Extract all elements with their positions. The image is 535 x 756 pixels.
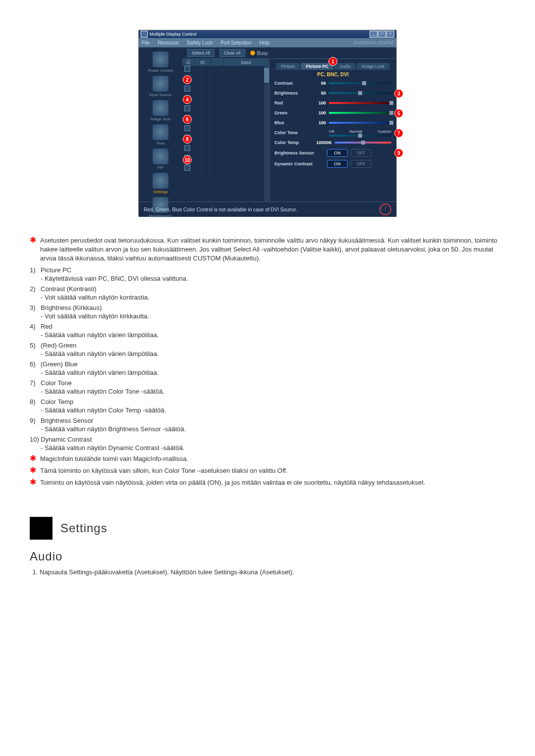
color-tone-slider[interactable] — [329, 135, 391, 137]
brightness-sensor-on[interactable]: ON — [327, 149, 348, 157]
panel-subheading: PC, BNC, DVI — [274, 72, 391, 77]
col-checkbox[interactable]: ☑ — [182, 59, 195, 66]
brightness-label: Brightness — [274, 91, 309, 96]
color-temp-value: 10000K — [312, 140, 332, 145]
star-icon: ✱ — [30, 454, 36, 462]
table-row[interactable] — [182, 96, 269, 105]
marker-4: 4 — [183, 95, 192, 104]
list-item: 6)(Green) Blue- Säätää valitun näytön vä… — [30, 360, 505, 376]
marker-8: 8 — [183, 135, 192, 144]
brightness-slider[interactable] — [329, 92, 391, 94]
list-item: 2)Contrast (Kontrasti)- Voit säätää vali… — [30, 285, 505, 301]
sidebar-item-imagesize[interactable]: Image Size — [141, 100, 180, 121]
marker-1: 1 — [328, 57, 337, 66]
color-temp-slider[interactable] — [335, 142, 391, 144]
table-row[interactable] — [182, 76, 269, 86]
list-item: 7)Color Tone- Säätää valitun näytön Colo… — [30, 379, 505, 395]
sidebar-item-power[interactable]: Power Control — [141, 51, 180, 73]
table-row[interactable] — [182, 115, 269, 125]
list-item: 8)Color Temp- Säätää valitun näytön Colo… — [30, 398, 505, 414]
col-icon — [211, 59, 223, 66]
tab-picture[interactable]: Picture — [276, 63, 300, 70]
color-tone-row: Color Tone Off Normal Custom 7 — [274, 129, 391, 137]
col-input: Input — [223, 59, 269, 66]
row-checkbox[interactable] — [184, 165, 190, 171]
menubar: File Remocon Safety Lock Port Selection … — [139, 38, 396, 48]
table-row[interactable] — [182, 155, 269, 165]
dynamic-contrast-off[interactable]: OFF — [351, 160, 372, 168]
titlebar: Multiple Display Control _ □ × — [139, 30, 396, 38]
busy-indicator: Busy — [250, 50, 268, 56]
table-row[interactable] — [182, 66, 269, 76]
menu-help[interactable]: Help — [259, 40, 269, 46]
table-row[interactable] — [182, 135, 269, 145]
brightness-value: 50 — [312, 91, 326, 96]
tab-audio[interactable]: Audio — [334, 63, 356, 70]
menu-portselection[interactable]: Port Selection — [220, 40, 251, 46]
note-star-3: ✱ Tämä toiminto on käytössä vain silloin… — [30, 466, 505, 475]
tone-normal: Normal — [350, 129, 363, 134]
scroll-thumb[interactable] — [264, 68, 269, 83]
marker-9: 9 — [394, 149, 403, 157]
sidebar-item-time[interactable]: Time — [141, 124, 180, 146]
table-row[interactable] — [182, 105, 269, 115]
warning-icon: ! — [379, 203, 391, 215]
list-item: 10)Dynamic Contrast- Säätää valitun näyt… — [30, 436, 505, 452]
note-text: Tämä toiminto on käytössä vain silloin, … — [40, 466, 505, 475]
minimize-button[interactable]: _ — [370, 31, 377, 38]
settings-icon — [153, 173, 168, 189]
green-label: Green — [274, 110, 309, 115]
busy-icon — [250, 50, 255, 55]
sidebar-item-input[interactable]: Input Source — [141, 76, 180, 97]
contrast-slider[interactable] — [329, 82, 391, 84]
sidebar-item-settings[interactable]: Settings — [141, 173, 180, 194]
tone-off: Off — [329, 129, 334, 134]
note-text: MagicInfoin tulolähde toimii vain MagicI… — [40, 454, 505, 463]
table-row[interactable] — [182, 86, 269, 96]
blue-label: Blue — [274, 120, 309, 125]
menu-file[interactable]: File — [142, 40, 150, 46]
contrast-value: 56 — [312, 81, 326, 86]
brightness-sensor-row: Brightness Sensor ON OFF 9 — [274, 149, 391, 157]
table-row[interactable] — [182, 165, 269, 175]
red-label: Red — [274, 101, 309, 105]
red-value: 100 — [312, 101, 326, 105]
marker-5: 5 — [394, 109, 403, 118]
green-row: Green 100 5 — [274, 109, 391, 117]
row-checkbox[interactable] — [184, 105, 190, 111]
row-checkbox[interactable] — [184, 86, 190, 92]
list-item: 3)Brightness (Kirkkaus)- Voit säätää val… — [30, 304, 505, 320]
marker-10: 10 — [183, 155, 192, 164]
select-all-button[interactable]: Select All — [187, 49, 214, 57]
tone-custom: Custom — [377, 129, 391, 134]
marker-6: 6 — [183, 115, 192, 124]
maximize-button[interactable]: □ — [378, 31, 386, 38]
sidebar-item-pip[interactable]: PIP — [141, 149, 180, 170]
sub-list: Napsauta Settings-pääkuvaketta (Asetukse… — [32, 568, 505, 576]
row-checkbox[interactable] — [184, 125, 190, 131]
input-icon — [153, 76, 168, 92]
table-row[interactable] — [182, 125, 269, 135]
list-item: 9)Brightness Sensor- Säätää valitun näyt… — [30, 417, 505, 433]
power-icon — [153, 51, 168, 67]
row-checkbox[interactable] — [184, 66, 190, 72]
row-checkbox[interactable] — [184, 145, 190, 151]
clear-all-button[interactable]: Clear All — [219, 49, 245, 57]
list-item: 1)Picture PC- Käytettävissä vain PC, BNC… — [30, 266, 505, 282]
contrast-label: Contrast — [274, 81, 309, 86]
toolbar: Select All Clear All Busy — [182, 48, 396, 59]
tab-picture-pc[interactable]: Picture PC — [301, 63, 333, 70]
red-slider[interactable] — [329, 102, 391, 104]
star-icon: ✱ — [30, 466, 36, 474]
close-button[interactable]: × — [386, 31, 394, 38]
numbered-list: 1)Picture PC- Käytettävissä vain PC, BNC… — [30, 266, 505, 452]
dynamic-contrast-on[interactable]: ON — [327, 160, 348, 168]
brightness-sensor-off[interactable]: OFF — [351, 149, 372, 157]
table-row[interactable] — [182, 145, 269, 155]
menu-remocon[interactable]: Remocon — [158, 40, 179, 46]
green-slider[interactable] — [329, 112, 391, 114]
blue-slider[interactable] — [329, 122, 391, 124]
scrollbar[interactable] — [264, 66, 269, 202]
tab-image-lock[interactable]: Image Lock — [357, 63, 390, 70]
menu-safetylock[interactable]: Safety Lock — [187, 40, 213, 46]
